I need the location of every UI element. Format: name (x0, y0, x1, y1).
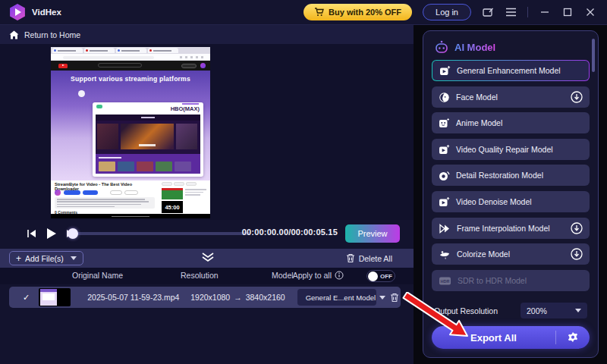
output-resolution-value: 200% (527, 306, 547, 315)
close-icon[interactable] (584, 6, 596, 18)
chevron-down-icon (575, 309, 581, 312)
export-all-button[interactable]: Export All (432, 326, 590, 349)
plus-icon: + (16, 253, 21, 264)
model-item-colorize[interactable]: Colorize Model (432, 243, 590, 265)
play-button[interactable] (42, 225, 59, 242)
download-icon[interactable] (571, 91, 583, 103)
detail-restoration-icon (439, 170, 450, 181)
model-item-video-quality-repair[interactable]: Video Quality Repair Model (432, 139, 590, 160)
file-table-header: Original Name Resolution Model Apply to … (0, 268, 414, 284)
channel-avatar (55, 190, 61, 196)
resolution-cell: 1920x1080 → 3840x2160 (190, 293, 285, 302)
browser-address-bar (51, 54, 210, 61)
add-files-button[interactable]: + Add File(s) (9, 251, 83, 265)
file-name: 2025-05-07 11-59-23.mp4 (87, 293, 184, 302)
youtube-logo-icon (58, 64, 68, 68)
video-enhance-icon (439, 65, 451, 77)
login-button[interactable]: Log in (423, 4, 471, 20)
export-all-label: Export All (432, 332, 555, 344)
row-model-dropdown[interactable]: General E...ent Model (297, 289, 376, 306)
home-icon (9, 30, 19, 39)
hdr-icon: HDR (439, 276, 451, 286)
buy-button-label: Buy with 20% OFF (329, 8, 401, 17)
apply-to-all-toggle[interactable]: OFF (366, 270, 395, 282)
apply-to-all-label: Apply to all (293, 271, 332, 280)
resolution-to: 3840x2160 (246, 293, 285, 302)
model-item-anime[interactable]: Anime Model (432, 112, 590, 133)
youtube-avatar (200, 63, 206, 68)
chevron-down-icon (71, 256, 77, 260)
delete-all-button[interactable]: Delete All (346, 253, 392, 263)
return-home-label: Return to Home (24, 30, 80, 39)
preview-button[interactable]: Preview (345, 224, 400, 243)
export-settings-button[interactable] (556, 331, 590, 344)
related-video-thumb (162, 188, 183, 199)
return-home-bar[interactable]: Return to Home (0, 25, 414, 44)
model-item-sdr-to-hdr[interactable]: HDR SDR to HDR Model (432, 270, 590, 291)
panel-scrollbar[interactable] (592, 39, 595, 72)
seek-slider[interactable] (68, 232, 250, 235)
video-frame[interactable]: Support various streaming platforms HBO(… (51, 47, 210, 218)
model-label: Video Quality Repair Model (456, 145, 553, 154)
hero-text: Support various streaming platforms (51, 75, 210, 83)
seek-slider-handle[interactable] (68, 228, 78, 239)
model-item-frame-interpolation[interactable]: Frame Interpolation Model (432, 218, 590, 239)
menu-icon[interactable] (505, 6, 517, 18)
anime-icon (439, 118, 450, 129)
playback-bar: 00:00:00.00/00:00:05.15 Preview (0, 220, 414, 247)
row-model-value: General E...ent Model (306, 293, 376, 302)
titlebar-divider (527, 7, 528, 17)
colorize-icon (439, 249, 451, 260)
previous-frame-button[interactable] (23, 225, 39, 242)
face-icon (439, 92, 450, 103)
robot-icon (434, 40, 449, 54)
maximize-icon[interactable] (561, 6, 574, 18)
duration-badge: 45:00 (165, 204, 179, 211)
model-label: Detail Restoration Model (456, 171, 543, 180)
delete-all-label: Delete All (359, 254, 392, 263)
trash-icon (390, 293, 399, 303)
model-item-general-enhancement[interactable]: General Enhancement Model (432, 60, 590, 81)
brand: VidHex (0, 4, 61, 20)
model-item-face[interactable]: Face Model (432, 86, 590, 108)
model-label: Face Model (456, 93, 498, 102)
model-label: Colorize Model (457, 249, 510, 259)
preview-button-label: Preview (357, 229, 387, 238)
model-label: SDR to HDR Model (458, 276, 527, 285)
check-icon[interactable]: ✓ (23, 293, 30, 303)
minimize-icon[interactable] (539, 6, 551, 18)
timecode: 00:00:00.00/00:00:05.15 (242, 228, 338, 237)
model-label: Video Denoise Model (456, 197, 532, 206)
hbo-brand-label: HBO(MAX) (171, 105, 200, 112)
toggle-state-label: OFF (380, 273, 392, 280)
file-toolbar: + Add File(s) Delete All (0, 249, 414, 268)
file-row[interactable]: ✓ 2025-05-07 11-59-23.mp4 1920x1080 → 38… (9, 287, 401, 308)
output-resolution-row: Output Resolution 200% (434, 303, 587, 318)
toggle-knob (368, 271, 378, 281)
video-repair-icon (439, 144, 450, 155)
add-files-label: Add File(s) (25, 254, 64, 263)
gear-icon (567, 331, 579, 344)
download-icon[interactable] (571, 248, 583, 260)
ai-model-panel: AI Model General Enhancement Model Face … (423, 30, 599, 358)
app-logo-icon (9, 4, 26, 20)
model-label: General Enhancement Model (457, 66, 561, 75)
chevron-down-icon (379, 296, 385, 300)
browser-tab-bar (51, 47, 210, 54)
app-window: VidHex Buy with 20% OFF Log in (0, 0, 607, 364)
collapse-panel-chevron[interactable] (202, 253, 214, 262)
login-button-label: Log in (436, 8, 458, 17)
hbo-card: HBO(MAX) (93, 102, 203, 177)
row-delete-button[interactable] (390, 293, 399, 303)
svg-text:HDR: HDR (441, 279, 450, 284)
buy-button[interactable]: Buy with 20% OFF (304, 4, 412, 20)
output-resolution-label: Output Resolution (434, 306, 498, 315)
video-description-box (55, 197, 155, 209)
header-resolution: Resolution (181, 271, 219, 280)
download-icon[interactable] (571, 222, 583, 234)
model-item-detail-restoration[interactable]: Detail Restoration Model (432, 165, 590, 186)
feedback-icon[interactable] (482, 6, 494, 18)
model-item-video-denoise[interactable]: Video Denoise Model (432, 191, 590, 212)
info-icon[interactable] (335, 271, 344, 280)
output-resolution-select[interactable]: 200% (521, 303, 587, 318)
